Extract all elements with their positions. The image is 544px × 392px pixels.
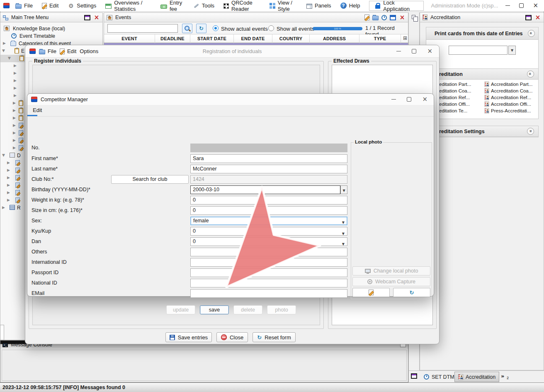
save-entries-button[interactable]: Save entries	[165, 332, 212, 342]
expand-chevron-icon[interactable]: «	[527, 128, 534, 135]
refresh-events-button[interactable]: ↻	[196, 24, 206, 33]
others-field[interactable]	[190, 248, 347, 256]
webcam-capture-button[interactable]: Webcam Capture	[352, 277, 430, 286]
collapsed-arrow-icon[interactable]: ▶	[13, 108, 16, 112]
event-search-input[interactable]	[107, 24, 178, 33]
timetable-icon[interactable]	[381, 15, 387, 20]
passport-id-field[interactable]	[190, 268, 347, 277]
radio-show-all-events[interactable]	[268, 25, 274, 31]
lock-application-button[interactable]: Lock Application	[369, 1, 423, 11]
close-window-button[interactable]: Close	[216, 332, 248, 342]
collapsed-arrow-icon[interactable]: ▶	[14, 86, 17, 90]
collapsed-arrow-icon[interactable]: ▶	[13, 138, 16, 142]
collapse-chevron-icon[interactable]: «	[527, 71, 534, 78]
minimize-button[interactable]	[391, 99, 396, 100]
registration-menu-options[interactable]: Options	[80, 48, 98, 54]
email-field[interactable]	[190, 289, 347, 298]
accreditation-item-right[interactable]: Press-Accreditati...	[491, 108, 531, 113]
collapsed-arrow-icon[interactable]: ▶	[2, 205, 5, 209]
accreditation-item-right[interactable]: Accreditation Offi...	[491, 102, 531, 107]
save-button[interactable]: save	[200, 305, 229, 314]
accreditation-item-right[interactable]: Accreditation Ref...	[491, 95, 531, 100]
registration-menu-edit[interactable]: Edit	[60, 48, 76, 54]
birthday-yyyy-mm-dd-dropdown-button[interactable]: ▼	[340, 185, 347, 194]
reset-form-button[interactable]: ↻ Reset form	[253, 332, 296, 342]
close-button[interactable]: ×	[422, 96, 427, 102]
panel-close-icon[interactable]: ×	[93, 15, 100, 20]
refresh-photo-button[interactable]: ↻	[393, 288, 430, 297]
minimize-button[interactable]	[505, 5, 510, 6]
change-local-photo-button[interactable]: Change local photo	[352, 266, 430, 275]
entries-date-input[interactable]	[449, 46, 508, 55]
radio-show-actual-events[interactable]	[213, 25, 219, 31]
sex-combo[interactable]: female▼	[190, 217, 347, 225]
column-header-country[interactable]: COUNTRY	[272, 34, 310, 43]
menu-item-view-style[interactable]: View / Style	[270, 0, 297, 12]
first-name-field[interactable]: Sara	[190, 154, 347, 163]
collapsed-arrow-icon[interactable]: ▶	[7, 168, 10, 172]
edit-photo-button[interactable]	[352, 288, 390, 297]
collapsed-arrow-icon[interactable]: ▶	[13, 131, 16, 135]
column-header-event[interactable]: EVENT	[104, 34, 155, 43]
collapsed-arrow-icon[interactable]: ▶	[7, 198, 10, 202]
panel-maximize-icon[interactable]	[525, 15, 532, 20]
date-dropdown-button[interactable]: ▼	[508, 46, 516, 55]
collapsed-arrow-icon[interactable]: ▶	[13, 116, 16, 120]
expanded-arrow-icon[interactable]: ▼	[8, 56, 11, 60]
menu-item-settings[interactable]: ⚙Settings	[68, 2, 96, 9]
search-for-club-button[interactable]: Search for club	[111, 175, 189, 184]
edit-event-icon[interactable]	[364, 15, 369, 20]
menu-item-tools[interactable]: Tools	[193, 2, 214, 9]
search-button[interactable]	[182, 24, 192, 33]
menu-item-entry-fee[interactable]: Entry fee	[160, 0, 184, 12]
birthday-yyyy-mm-dd-field[interactable]: 2000-03-10	[190, 185, 340, 194]
menu-item-overviews-statistics[interactable]: Overviews / Statistics	[105, 0, 151, 12]
collapsed-arrow-icon[interactable]: ▶	[14, 78, 17, 83]
collapsed-arrow-icon[interactable]: ▶	[7, 161, 10, 165]
tab-accreditation[interactable]: Accreditation	[454, 372, 499, 382]
photo-button[interactable]: photo	[267, 305, 296, 314]
cm-menu-edit[interactable]: Edit	[33, 107, 42, 113]
maximize-button[interactable]	[519, 3, 524, 8]
panel-close-icon[interactable]: ×	[534, 15, 541, 20]
collapsed-arrow-icon[interactable]: ▶	[7, 190, 10, 195]
size-in-cm-e-g-176-field[interactable]: 0	[190, 206, 347, 215]
expanded-arrow-icon[interactable]: ▼	[2, 49, 5, 53]
column-header-type[interactable]: TYPE	[359, 34, 401, 43]
close-button[interactable]: ×	[533, 2, 538, 9]
collapsed-panel-handle[interactable]	[0, 325, 4, 340]
maximize-button[interactable]	[407, 97, 411, 102]
delete-button[interactable]: delete	[233, 305, 262, 314]
registration-menu-file[interactable]: File	[39, 48, 56, 54]
collapsed-arrow-icon[interactable]: ▶	[7, 175, 10, 180]
kyu-kup-combo[interactable]: 0▼	[190, 227, 347, 236]
accreditation-item-right[interactable]: Accreditation Part...	[491, 82, 532, 87]
panel-maximize-icon[interactable]	[84, 15, 90, 20]
panel-close-icon[interactable]: ×	[399, 15, 406, 20]
collapsed-arrow-icon[interactable]: ▶	[14, 63, 17, 68]
collapsed-arrow-icon[interactable]: ▶	[7, 183, 10, 187]
expanded-arrow-icon[interactable]: ▼	[2, 153, 5, 157]
tree-item[interactable]: Knowledge Base (local)	[0, 25, 102, 32]
collapsed-arrow-icon[interactable]: ▶	[13, 146, 16, 150]
weight-in-kg-e-g-78-field[interactable]: 0	[190, 196, 347, 205]
update-button[interactable]: update	[166, 305, 195, 314]
column-header-address[interactable]: ADDRESS	[310, 34, 359, 43]
menu-item-help[interactable]: ?Help	[340, 2, 360, 9]
panel-maximize-icon[interactable]	[390, 15, 396, 20]
maximize-button[interactable]	[412, 49, 416, 54]
collapsed-arrow-icon[interactable]: ▶	[13, 123, 16, 127]
national-id-field[interactable]	[190, 279, 347, 287]
accreditation-item-right[interactable]: Accreditation Coa...	[491, 88, 532, 93]
menu-item-qrcode-reader[interactable]: QRCode Reader	[223, 0, 260, 12]
collapse-chevron-icon[interactable]: «	[528, 30, 535, 37]
dan-combo[interactable]: 0▼	[190, 237, 347, 246]
panel-restore-icon[interactable]	[411, 373, 417, 379]
collapsed-arrow-icon[interactable]: ▶	[13, 101, 16, 105]
stacked-panels-icon[interactable]	[412, 15, 415, 19]
column-header-deadline[interactable]: DEADLINE	[155, 34, 190, 43]
column-header-start-date[interactable]: START DATE	[190, 34, 234, 43]
column-chooser-icon[interactable]: ⊞	[403, 35, 407, 41]
print-cards-header[interactable]: Print cards from this date of Entries	[426, 27, 538, 40]
open-event-icon[interactable]	[372, 16, 379, 20]
